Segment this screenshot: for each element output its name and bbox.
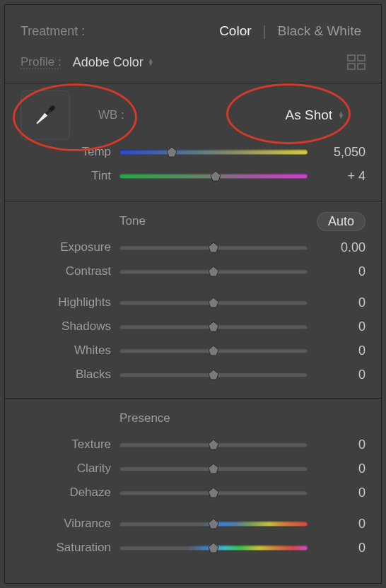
svg-rect-3 <box>358 64 365 69</box>
highlights-label: Highlights <box>21 295 119 310</box>
svg-marker-15 <box>209 440 218 449</box>
dehaze-label: Dehaze <box>21 486 119 500</box>
exposure-knob[interactable] <box>208 242 219 253</box>
svg-marker-11 <box>209 298 218 307</box>
vibrance-slider[interactable] <box>119 517 308 531</box>
wb-preset-text: As Shot <box>286 107 333 123</box>
whites-label: Whites <box>21 343 119 358</box>
temp-value[interactable]: 5,050 <box>308 145 365 160</box>
tint-slider[interactable] <box>119 169 308 183</box>
chevron-updown-icon: ▲▼ <box>338 112 344 119</box>
shadows-slider[interactable] <box>119 319 308 334</box>
svg-marker-8 <box>211 171 221 181</box>
texture-slider[interactable] <box>119 437 308 452</box>
svg-marker-18 <box>209 519 218 529</box>
wb-label: WB : <box>98 108 124 122</box>
contrast-slider[interactable] <box>119 264 308 278</box>
contrast-knob[interactable] <box>208 266 219 277</box>
whites-knob[interactable] <box>208 345 219 356</box>
highlights-value[interactable]: 0 <box>308 295 365 310</box>
shadows-value[interactable]: 0 <box>308 319 365 334</box>
highlights-knob[interactable] <box>208 297 219 308</box>
svg-marker-9 <box>209 242 218 252</box>
shadows-label: Shadows <box>21 319 119 334</box>
contrast-label: Contrast <box>21 264 119 278</box>
treatment-divider: | <box>256 23 274 40</box>
tint-value[interactable]: + 4 <box>308 169 365 184</box>
svg-rect-0 <box>348 55 355 61</box>
svg-marker-17 <box>209 488 218 498</box>
blacks-knob[interactable] <box>208 369 219 380</box>
shadows-knob[interactable] <box>208 321 219 332</box>
temp-slider[interactable] <box>119 145 308 159</box>
dehaze-value[interactable]: 0 <box>308 486 365 500</box>
texture-value[interactable]: 0 <box>308 437 365 452</box>
svg-marker-6 <box>35 112 48 125</box>
saturation-knob[interactable] <box>208 542 219 553</box>
clarity-knob[interactable] <box>208 463 219 474</box>
svg-marker-16 <box>209 464 218 474</box>
svg-marker-10 <box>209 266 218 276</box>
contrast-value[interactable]: 0 <box>308 264 365 279</box>
clarity-label: Clarity <box>21 461 119 476</box>
saturation-value[interactable]: 0 <box>308 541 365 555</box>
tint-knob[interactable] <box>210 170 221 182</box>
whites-slider[interactable] <box>119 343 308 358</box>
vibrance-knob[interactable] <box>208 518 219 529</box>
saturation-slider[interactable] <box>119 541 308 555</box>
white-balance-eyedropper[interactable] <box>21 90 70 140</box>
saturation-label: Saturation <box>21 541 119 555</box>
chevron-updown-icon: ▲▼ <box>148 59 154 66</box>
tone-header: Tone <box>119 214 146 228</box>
temp-knob[interactable] <box>166 146 177 158</box>
blacks-label: Blacks <box>21 368 119 382</box>
presence-header: Presence <box>119 411 170 425</box>
dehaze-slider[interactable] <box>119 486 308 500</box>
treatment-label: Treatment : <box>21 24 85 39</box>
vibrance-label: Vibrance <box>21 517 119 531</box>
exposure-slider[interactable] <box>119 240 308 254</box>
treatment-black-white[interactable]: Black & White <box>274 20 365 42</box>
svg-marker-7 <box>167 147 177 157</box>
svg-marker-12 <box>209 322 218 331</box>
texture-knob[interactable] <box>208 439 219 450</box>
profile-label: Profile : <box>21 55 62 69</box>
svg-marker-19 <box>209 543 218 553</box>
temp-label: Temp <box>21 145 119 159</box>
highlights-slider[interactable] <box>119 295 308 310</box>
whites-value[interactable]: 0 <box>308 343 365 358</box>
profile-dropdown[interactable]: Adobe Color ▲▼ <box>73 55 154 70</box>
wb-preset-dropdown[interactable]: As Shot ▲▼ <box>286 107 365 123</box>
texture-label: Texture <box>21 437 119 452</box>
svg-marker-13 <box>209 346 218 355</box>
profile-name-text: Adobe Color <box>73 55 144 70</box>
tone-auto-button[interactable]: Auto <box>317 212 365 231</box>
treatment-color[interactable]: Color <box>215 20 255 42</box>
clarity-value[interactable]: 0 <box>308 461 365 476</box>
exposure-value[interactable]: 0.00 <box>308 240 365 255</box>
tint-label: Tint <box>21 169 119 183</box>
basic-panel: Treatment : Color | Black & White Profil… <box>0 0 386 588</box>
eyedropper-icon <box>29 99 62 131</box>
dehaze-knob[interactable] <box>208 487 219 498</box>
blacks-value[interactable]: 0 <box>308 368 365 382</box>
vibrance-value[interactable]: 0 <box>308 517 365 531</box>
svg-marker-14 <box>209 370 218 380</box>
exposure-label: Exposure <box>21 240 119 254</box>
svg-rect-2 <box>348 64 355 69</box>
svg-rect-1 <box>358 55 365 61</box>
profile-browser-icon[interactable] <box>347 54 365 70</box>
clarity-slider[interactable] <box>119 461 308 476</box>
blacks-slider[interactable] <box>119 368 308 382</box>
